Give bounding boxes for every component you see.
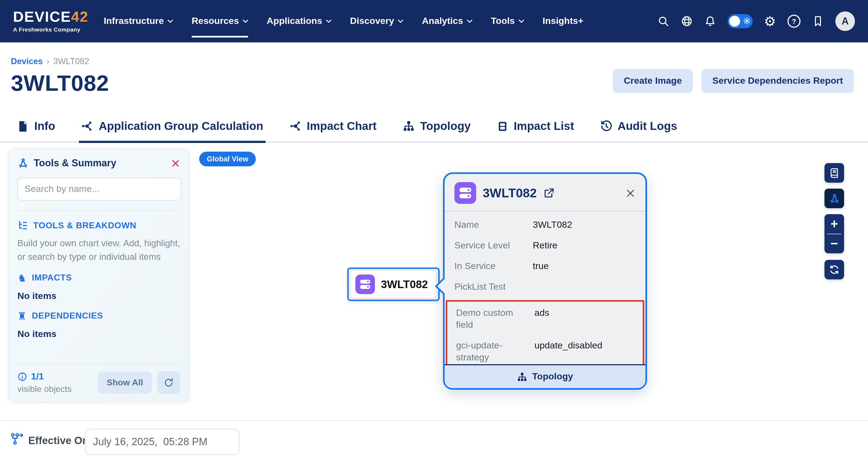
popup-topology-button[interactable]: Topology	[444, 364, 645, 388]
logo-accent: 42	[71, 10, 88, 25]
detail-label: Name	[455, 219, 526, 231]
topology-icon	[403, 120, 415, 132]
refresh-button[interactable]	[157, 371, 180, 394]
nav-item-tools[interactable]: Tools	[491, 0, 524, 42]
tools-panel-header: Tools & Summary	[9, 149, 189, 173]
detail-row-in-service: In Service true	[444, 256, 645, 277]
topology-icon	[517, 372, 527, 382]
device-node-label: 3WLT082	[381, 278, 428, 291]
rook-icon: ♜	[18, 311, 27, 321]
dependencies-heading: ♜ DEPENDENCIES	[18, 311, 180, 321]
share-network-icon	[289, 120, 301, 132]
zoom-in-button[interactable]: +	[825, 214, 844, 234]
breadcrumb-devices-link[interactable]: Devices	[11, 57, 43, 66]
app: DEVICE 42 A Freshworks Company Infrastru…	[0, 0, 868, 474]
knight-icon: ♞	[18, 273, 27, 283]
tab-info[interactable]: Info	[15, 113, 57, 143]
breadcrumb: Devices › 3WLT082	[11, 57, 89, 66]
chevron-down-icon	[398, 20, 404, 23]
device-detail-popup: 3WLT082 Name 3WLT082 Service Level Retir…	[443, 172, 647, 390]
show-all-button[interactable]: Show All	[98, 372, 152, 394]
tab-label: Application Group Calculation	[99, 120, 263, 133]
effective-on-label: Effective On	[28, 435, 89, 447]
logo[interactable]: DEVICE 42 A Freshworks Company	[13, 10, 88, 33]
divider	[0, 420, 868, 421]
tab-impact-chart[interactable]: Impact Chart	[287, 113, 379, 143]
zoom-control: + −	[825, 214, 844, 253]
custom-fields-highlight-box: Demo custom field ads gci-update-strateg…	[446, 300, 644, 374]
global-view-badge: Global View	[199, 151, 256, 166]
gear-icon[interactable]: ⚙	[764, 14, 776, 28]
list-tree-icon	[18, 220, 28, 231]
tools-breakdown-heading: TOOLS & BREAKDOWN	[18, 220, 180, 231]
tab-audit-logs[interactable]: Audit Logs	[598, 113, 679, 143]
chevron-down-icon	[519, 20, 524, 23]
tab-application-group-calculation[interactable]: Application Group Calculation	[79, 113, 265, 143]
nav-item-label: Tools	[491, 16, 515, 27]
detail-value: update_disabled	[534, 340, 602, 352]
drafting-compass-icon	[829, 193, 840, 204]
server-icon	[355, 274, 375, 294]
detail-row-service-level: Service Level Retire	[444, 235, 645, 256]
chevron-down-icon	[167, 20, 173, 23]
tab-label: Info	[34, 120, 55, 133]
external-link-icon[interactable]	[544, 187, 555, 199]
info-icon	[18, 372, 27, 382]
visible-objects-caption: visible objects	[18, 384, 71, 394]
search-input[interactable]	[18, 178, 181, 201]
close-icon[interactable]	[171, 159, 180, 168]
legend-button[interactable]	[825, 163, 844, 183]
nav-item-insights-plus[interactable]: Insights+	[542, 0, 583, 42]
tab-impact-list[interactable]: Impact List	[495, 113, 576, 143]
sun-icon	[743, 18, 750, 25]
avatar[interactable]: A	[835, 11, 855, 31]
tab-label: Impact Chart	[307, 120, 377, 133]
detail-label: PickList Test	[455, 281, 526, 293]
detail-row-gci-update-strategy: gci-update-strategy update_disabled	[447, 335, 643, 368]
bookmark-icon[interactable]	[812, 15, 824, 27]
popup-header: 3WLT082	[444, 174, 645, 211]
tab-label: Impact List	[514, 120, 574, 133]
chevron-down-icon	[243, 20, 248, 23]
detail-row-picklist-test: PickList Test	[444, 277, 645, 297]
device-node[interactable]: 3WLT082	[347, 267, 440, 301]
help-icon[interactable]: ?	[787, 15, 801, 28]
nav-item-analytics[interactable]: Analytics	[422, 0, 472, 42]
tools-summary-toggle-button[interactable]	[825, 189, 844, 208]
toggle-knob	[729, 16, 740, 27]
impact-list-icon	[497, 121, 508, 132]
file-text-icon	[18, 121, 29, 132]
nav-item-infrastructure[interactable]: Infrastructure	[104, 0, 173, 42]
tab-topology[interactable]: Topology	[401, 113, 473, 143]
dependencies-empty-state: No items	[18, 329, 180, 339]
zoom-out-button[interactable]: −	[825, 234, 844, 253]
detail-value: Retire	[533, 240, 558, 252]
section-heading-label: DEPENDENCIES	[32, 311, 103, 321]
tools-panel-footer: 1/1 visible objects Show All	[18, 364, 180, 402]
recalculate-button[interactable]	[825, 260, 844, 279]
close-icon[interactable]	[625, 188, 636, 198]
detail-label: Demo custom field	[456, 307, 528, 331]
service-dependencies-report-button[interactable]: Service Dependencies Report	[702, 69, 854, 93]
search-icon[interactable]	[657, 15, 669, 27]
nav-item-label: Infrastructure	[104, 16, 164, 27]
theme-toggle[interactable]	[727, 14, 752, 28]
divider	[18, 210, 180, 211]
sync-icon	[829, 264, 840, 275]
chevron-down-icon	[326, 20, 332, 23]
effective-on-datetime-input[interactable]	[85, 429, 240, 455]
section-heading-label: TOOLS & BREAKDOWN	[33, 221, 136, 231]
detail-label: Service Level	[455, 240, 526, 252]
nav-item-label: Analytics	[422, 16, 463, 27]
timeline-branch-icon	[10, 432, 25, 447]
page-actions: Create Image Service Dependencies Report	[613, 69, 854, 93]
nav-item-discovery[interactable]: Discovery	[350, 0, 404, 42]
globe-icon[interactable]	[681, 15, 692, 27]
nav-item-resources[interactable]: Resources	[191, 0, 248, 42]
nav-item-label: Applications	[267, 16, 322, 27]
nav-item-applications[interactable]: Applications	[267, 0, 332, 42]
visible-objects-summary: 1/1 visible objects	[18, 371, 71, 394]
section-heading-label: IMPACTS	[32, 273, 72, 283]
bell-icon[interactable]	[704, 15, 716, 27]
create-image-button[interactable]: Create Image	[613, 69, 693, 93]
